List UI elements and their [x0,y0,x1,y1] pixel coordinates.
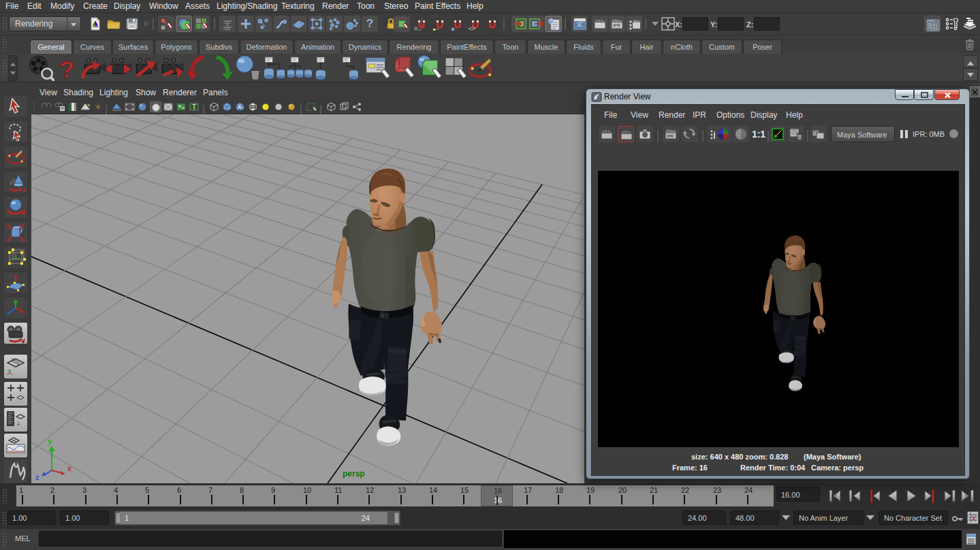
svg-text:persp: persp [343,469,365,479]
svg-text:T: T [192,103,196,111]
svg-text:z: z [35,473,39,481]
svg-text:IPR: IPR [613,23,620,28]
svg-text:y: y [48,437,52,445]
svg-text:x: x [67,464,72,472]
svg-text:IPR: IPR [667,134,674,138]
svg-text:?: ? [59,56,74,81]
